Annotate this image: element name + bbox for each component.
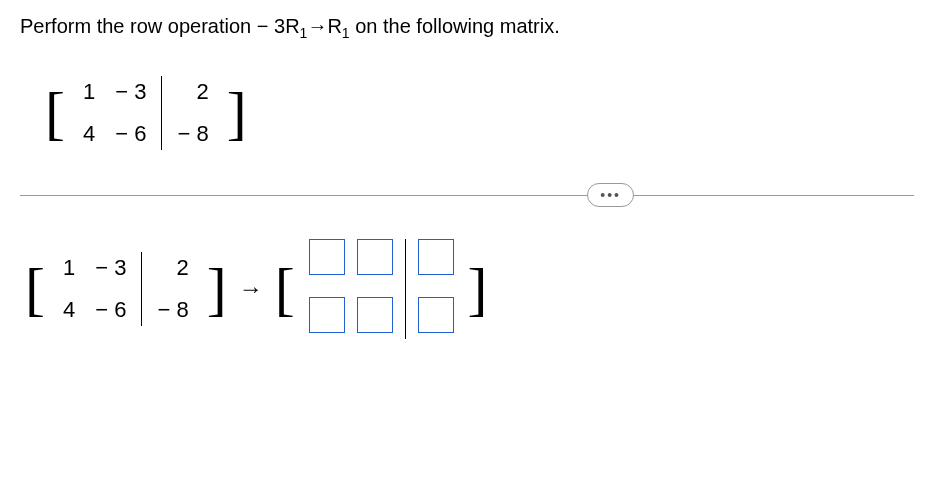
matrix-cell: − 3 [85, 247, 136, 289]
bracket-left-icon: [ [45, 86, 65, 140]
dots-icon: ••• [600, 187, 621, 203]
matrix-cell: 2 [167, 71, 218, 113]
answer-input-r1c3[interactable] [418, 239, 454, 275]
source-matrix: [ 1 4 − 3 − 6 2 − 8 ] [25, 247, 227, 331]
matrix-cell: − 3 [105, 71, 156, 113]
answer-input-r2c1[interactable] [309, 297, 345, 333]
matrix-cell: − 8 [147, 289, 198, 331]
op-sub2: 1 [342, 25, 350, 41]
op-right: R [327, 15, 341, 37]
matrix-cell: 4 [53, 289, 85, 331]
augment-divider [161, 76, 162, 150]
answer-input-r1c2[interactable] [357, 239, 393, 275]
answer-input-r2c3[interactable] [418, 297, 454, 333]
op-arrow: → [307, 15, 327, 37]
answer-input-r2c2[interactable] [357, 297, 393, 333]
op-left: − 3R [257, 15, 300, 37]
section-divider: ••• [20, 195, 914, 196]
bracket-right-icon: ] [207, 262, 227, 316]
more-options-button[interactable]: ••• [587, 183, 634, 207]
answer-area: [ 1 4 − 3 − 6 2 − 8 ] → [25, 231, 914, 347]
answer-input-r1c1[interactable] [309, 239, 345, 275]
given-matrix: [ 1 4 − 3 − 6 2 − 8 ] [45, 71, 914, 155]
problem-instruction: Perform the row operation − 3R1→R1 on th… [20, 15, 914, 41]
matrix-cell: 4 [73, 113, 105, 155]
augment-divider [405, 239, 406, 339]
result-matrix: [ ] [275, 231, 488, 347]
bracket-left-icon: [ [275, 262, 295, 316]
bracket-left-icon: [ [25, 262, 45, 316]
instruction-suffix: on the following matrix. [350, 15, 560, 37]
divider-line [20, 195, 914, 196]
matrix-cell: 1 [53, 247, 85, 289]
matrix-cell: 2 [147, 247, 198, 289]
instruction-prefix: Perform the row operation [20, 15, 257, 37]
augment-divider [141, 252, 142, 326]
matrix-cell: 1 [73, 71, 105, 113]
transform-arrow-icon: → [239, 275, 263, 303]
bracket-right-icon: ] [468, 262, 488, 316]
matrix-cell: − 6 [85, 289, 136, 331]
matrix-cell: − 6 [105, 113, 156, 155]
bracket-right-icon: ] [227, 86, 247, 140]
matrix-cell: − 8 [167, 113, 218, 155]
